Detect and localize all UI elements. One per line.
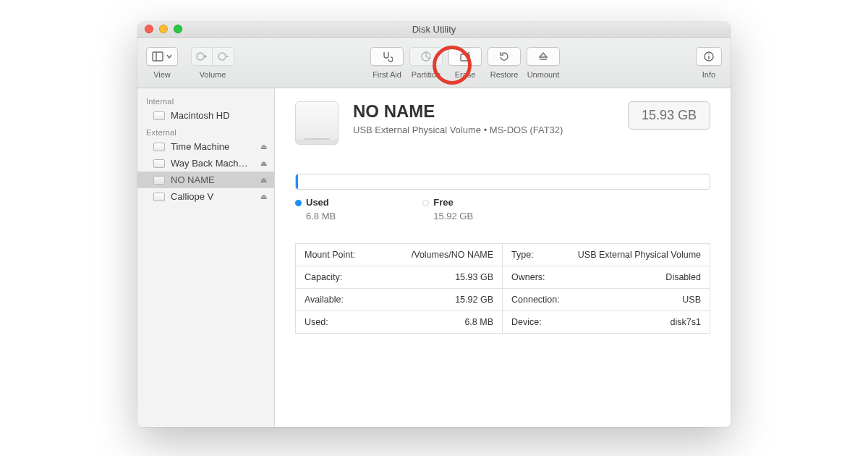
table-row: Device:disk7s1: [503, 311, 710, 333]
detail-key: Type:: [511, 250, 534, 260]
volume-label: Volume: [200, 70, 226, 79]
usage-bar-used: [296, 174, 298, 189]
eject-icon[interactable]: ⏏: [260, 159, 267, 167]
sidebar-item-label: Macintosh HD: [171, 110, 230, 121]
svg-point-5: [218, 53, 226, 60]
restore-label: Restore: [490, 70, 519, 79]
detail-key: Connection:: [511, 295, 560, 305]
erase-icon: [459, 51, 471, 62]
sidebar-item-label: Calliope V: [171, 191, 213, 202]
view-button[interactable]: [146, 47, 178, 66]
window-zoom-button[interactable]: [174, 25, 182, 33]
toolbar: View Volume First Aid: [137, 38, 731, 88]
sidebar-item-label: Time Machine: [171, 141, 229, 152]
legend-dot-used: [295, 200, 302, 206]
sidebar-item-label: Way Back Mach…: [171, 158, 247, 169]
pie-icon: [420, 51, 432, 62]
unmount-label: Unmount: [527, 70, 560, 79]
partition-button[interactable]: [409, 47, 443, 66]
partition-label: Partition: [412, 70, 441, 79]
svg-rect-0: [153, 52, 163, 61]
first-aid-button[interactable]: [370, 47, 404, 66]
legend-free-label: Free: [433, 197, 453, 208]
stethoscope-icon: [381, 51, 393, 62]
table-row: Capacity:15.93 GB: [296, 266, 502, 289]
detail-value: USB: [682, 295, 701, 305]
info-label: Info: [702, 70, 715, 79]
detail-key: Owners:: [511, 272, 545, 282]
svg-point-2: [197, 53, 204, 60]
sidebar-item-external[interactable]: Calliope V ⏏: [137, 188, 274, 205]
sidebar-item-external[interactable]: Way Back Mach… ⏏: [137, 155, 274, 172]
eject-icon: [537, 51, 549, 62]
table-row: Type:USB External Physical Volume: [503, 244, 710, 266]
window-minimize-button[interactable]: [159, 25, 168, 33]
sidebar-item-label: NO NAME: [171, 174, 215, 185]
unmount-button[interactable]: [527, 47, 560, 66]
detail-key: Mount Point:: [305, 250, 355, 260]
table-row: Connection:USB: [503, 289, 710, 311]
detail-value: Disabled: [665, 272, 701, 282]
sidebar-header-internal: Internal: [137, 93, 274, 107]
detail-key: Capacity:: [305, 272, 342, 282]
eject-icon[interactable]: ⏏: [260, 143, 267, 151]
erase-label: Erase: [455, 70, 476, 79]
disk-icon: [153, 193, 165, 201]
disk-utility-window: Disk Utility View Volume: [137, 22, 731, 427]
restore-icon: [498, 51, 510, 62]
detail-value: disk7s1: [671, 317, 701, 327]
volume-subtitle: USB External Physical Volume • MS-DOS (F…: [353, 124, 563, 135]
eject-icon[interactable]: ⏏: [260, 176, 267, 184]
detail-key: Device:: [511, 317, 542, 327]
table-row: Used:6.8 MB: [296, 311, 502, 333]
legend-used-value: 6.8 MB: [295, 211, 336, 221]
chevron-down-icon: [166, 54, 172, 59]
detail-value: /Volumes/NO NAME: [412, 250, 493, 260]
detail-value: 15.93 GB: [455, 272, 493, 282]
info-button[interactable]: [696, 47, 722, 66]
detail-value: 6.8 MB: [464, 317, 493, 327]
legend-used-label: Used: [306, 197, 329, 208]
volume-minus-icon: [218, 51, 229, 62]
titlebar: Disk Utility: [137, 22, 731, 38]
svg-rect-8: [461, 54, 469, 61]
drive-art-icon: [295, 101, 339, 145]
info-icon: [703, 51, 715, 62]
sidebar: Internal Macintosh HD External Time Mach…: [137, 88, 275, 427]
sidebar-item-internal[interactable]: Macintosh HD: [137, 107, 274, 124]
view-label: View: [153, 70, 171, 79]
detail-key: Used:: [305, 317, 328, 327]
disk-icon: [153, 111, 165, 120]
disk-icon: [153, 159, 165, 168]
svg-point-12: [708, 53, 710, 54]
sidebar-item-external[interactable]: NO NAME ⏏: [137, 172, 274, 188]
legend-dot-free: [422, 200, 429, 206]
usage-bar: [295, 174, 710, 190]
legend-free-value: 15.92 GB: [422, 211, 473, 221]
add-volume-button[interactable]: [191, 47, 213, 66]
detail-value: USB External Physical Volume: [578, 250, 701, 260]
volume-size-badge: 15.93 GB: [628, 101, 710, 130]
eject-icon[interactable]: ⏏: [260, 193, 267, 200]
table-row: Available:15.92 GB: [296, 289, 502, 311]
first-aid-label: First Aid: [373, 70, 401, 79]
table-row: Mount Point:/Volumes/NO NAME: [296, 244, 502, 266]
detail-value: 15.92 GB: [455, 295, 493, 305]
restore-button[interactable]: [488, 47, 521, 66]
window-title: Disk Utility: [412, 24, 456, 35]
volume-title: NO NAME: [353, 101, 563, 122]
sidebar-header-external: External: [137, 124, 274, 138]
volume-plus-icon: [196, 51, 208, 62]
disk-icon: [153, 176, 165, 185]
erase-button[interactable]: [448, 47, 482, 66]
table-row: Owners:Disabled: [503, 266, 710, 289]
detail-table: Mount Point:/Volumes/NO NAME Capacity:15…: [295, 243, 710, 334]
remove-volume-button[interactable]: [213, 47, 234, 66]
window-close-button[interactable]: [145, 25, 153, 33]
sidebar-item-external[interactable]: Time Machine ⏏: [137, 138, 274, 155]
sidebar-layout-icon: [152, 51, 163, 62]
detail-key: Available:: [305, 295, 344, 305]
main-panel: NO NAME USB External Physical Volume • M…: [275, 88, 731, 427]
disk-icon: [153, 143, 165, 151]
